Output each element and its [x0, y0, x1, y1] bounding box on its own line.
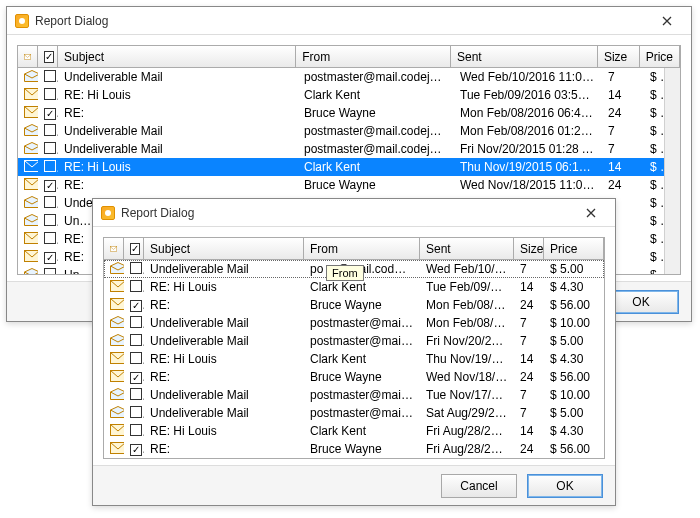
row-checkbox[interactable] [124, 370, 144, 384]
cell-size: 7 [514, 388, 544, 402]
column-headers: Subject From Sent Size Price [104, 238, 604, 260]
row-checkbox[interactable] [124, 352, 144, 367]
mail-icon-cell [104, 388, 124, 403]
column-header-from[interactable]: From [304, 238, 420, 259]
table-row[interactable]: RE:Bruce WayneWed Nov/18/2015…24$ 56.00 [104, 368, 604, 386]
row-checkbox[interactable] [38, 160, 58, 175]
cell-price: $ 4.30 [544, 280, 604, 294]
row-checkbox[interactable] [124, 298, 144, 312]
row-checkbox[interactable] [124, 334, 144, 349]
grid-body[interactable]: Undeliverable Mailpo er@mail.cod…Wed Feb… [104, 260, 604, 458]
table-row[interactable]: RE: Hi LouisClark KentTue Feb/09/2016 03… [18, 86, 680, 104]
window-title: Report Dialog [121, 206, 194, 220]
cell-sent: Wed Feb/10/2016 11:04 A… [454, 70, 602, 84]
row-checkbox[interactable] [38, 268, 58, 275]
column-header-size[interactable]: Size [598, 46, 640, 67]
ok-button[interactable]: OK [527, 474, 603, 498]
row-checkbox[interactable] [38, 106, 58, 120]
cell-from: postmaster@mail.codejock.com [298, 142, 454, 156]
row-checkbox[interactable] [38, 142, 58, 157]
titlebar[interactable]: Report Dialog [7, 7, 691, 35]
column-header-price[interactable]: Price [544, 238, 604, 259]
close-button[interactable] [573, 202, 609, 224]
checkbox-icon [44, 180, 56, 192]
table-row[interactable]: Undeliverable Mailpostmaster@mail.c…Sat … [104, 404, 604, 422]
column-header-price[interactable]: Price [640, 46, 680, 67]
column-header-from[interactable]: From [296, 46, 451, 67]
row-checkbox[interactable] [124, 316, 144, 331]
vertical-scrollbar[interactable] [664, 68, 680, 274]
table-row[interactable]: Undeliverable Mailpo er@mail.cod…Wed Feb… [104, 260, 604, 278]
cell-subject: RE: [144, 298, 304, 312]
row-checkbox[interactable] [124, 262, 144, 277]
row-checkbox[interactable] [38, 88, 58, 103]
row-checkbox[interactable] [124, 424, 144, 439]
cell-sent: Wed Nov/18/2015… [420, 370, 514, 384]
cell-from: postmaster@mail.c… [304, 406, 420, 420]
table-row[interactable]: Undeliverable Mailpostmaster@mail.c…Fri … [104, 332, 604, 350]
cell-size: 7 [602, 70, 644, 84]
cell-sent: Fri Nov/20/2015 0… [420, 334, 514, 348]
table-row[interactable]: RE:Bruce WayneFri Aug/28/2015 0…24$ 56.0… [104, 440, 604, 458]
mail-icon-cell [18, 268, 38, 275]
column-header-checkbox[interactable] [38, 46, 58, 67]
table-row[interactable]: RE: Hi LouisClark KentThu Nov/19/2015 06… [18, 158, 680, 176]
mail-icon-cell [104, 424, 124, 439]
table-row[interactable]: RE:Bruce WayneMon Feb/08/2016 …24$ 56.00 [104, 296, 604, 314]
cell-size: 7 [602, 142, 644, 156]
cell-subject: RE: Hi Louis [144, 280, 304, 294]
cell-from: Clark Kent [304, 352, 420, 366]
column-header-subject[interactable]: Subject [58, 46, 296, 67]
column-header-size[interactable]: Size [514, 238, 544, 259]
row-checkbox[interactable] [124, 280, 144, 295]
row-checkbox[interactable] [38, 250, 58, 264]
titlebar[interactable]: Report Dialog [93, 199, 615, 227]
column-header-sent[interactable]: Sent [420, 238, 514, 259]
table-row[interactable]: RE: Hi LouisClark KentFri Aug/28/2015 0…… [104, 422, 604, 440]
cell-sent: Mon Feb/08/2016 … [420, 298, 514, 312]
row-checkbox[interactable] [38, 232, 58, 247]
cell-from: Clark Kent [304, 424, 420, 438]
mail-icon-cell [18, 142, 38, 157]
column-header-icon[interactable] [18, 46, 38, 67]
cell-price: $ 56.00 [544, 442, 604, 456]
row-checkbox[interactable] [38, 124, 58, 139]
row-checkbox[interactable] [124, 442, 144, 456]
row-checkbox[interactable] [38, 214, 58, 229]
envelope-icon [110, 243, 117, 255]
app-icon [101, 206, 115, 220]
table-row[interactable]: Undeliverable Mailpostmaster@mail.codejo… [18, 122, 680, 140]
cell-size: 24 [514, 298, 544, 312]
row-checkbox[interactable] [38, 70, 58, 85]
cell-sent: Fri Aug/28/2015 0… [420, 424, 514, 438]
table-row[interactable]: RE: Hi LouisClark KentThu Nov/19/2015 …1… [104, 350, 604, 368]
column-header-checkbox[interactable] [124, 238, 144, 259]
row-checkbox[interactable] [124, 388, 144, 403]
table-row[interactable]: Undeliverable Mailpostmaster@mail.c…Mon … [104, 314, 604, 332]
close-icon [586, 208, 596, 218]
cell-sent: Fri Nov/20/2015 01:28 AM [454, 142, 602, 156]
table-row[interactable]: RE:Bruce WayneMon Feb/08/2016 06:48 P…24… [18, 104, 680, 122]
cell-from: po er@mail.cod… [304, 262, 420, 276]
cell-from: Clark Kent [298, 160, 454, 174]
table-row[interactable]: RE: Hi LouisClark KentTue Feb/09/2016 0…… [104, 278, 604, 296]
table-row[interactable]: Undeliverable Mailpostmaster@mail.codejo… [18, 140, 680, 158]
table-row[interactable]: Undeliverable Mailpostmaster@mail.c…Tue … [104, 386, 604, 404]
table-row[interactable]: Undeliverable Mailpostmaster@mail.codejo… [18, 68, 680, 86]
cell-from: Bruce Wayne [304, 442, 420, 456]
close-button[interactable] [649, 10, 685, 32]
checkbox-icon [44, 160, 56, 172]
cell-size: 7 [514, 406, 544, 420]
column-header-icon[interactable] [104, 238, 124, 259]
row-checkbox[interactable] [124, 406, 144, 421]
cell-subject: RE: Hi Louis [144, 424, 304, 438]
checkbox-icon [130, 262, 142, 274]
column-header-subject[interactable]: Subject [144, 238, 304, 259]
row-checkbox[interactable] [38, 196, 58, 211]
cell-price: $ 56.00 [544, 298, 604, 312]
cell-size: 14 [602, 88, 644, 102]
cancel-button[interactable]: Cancel [441, 474, 517, 498]
row-checkbox[interactable] [38, 178, 58, 192]
column-header-sent[interactable]: Sent [451, 46, 598, 67]
table-row[interactable]: RE:Bruce WayneWed Nov/18/2015 11:04 …24$… [18, 176, 680, 194]
